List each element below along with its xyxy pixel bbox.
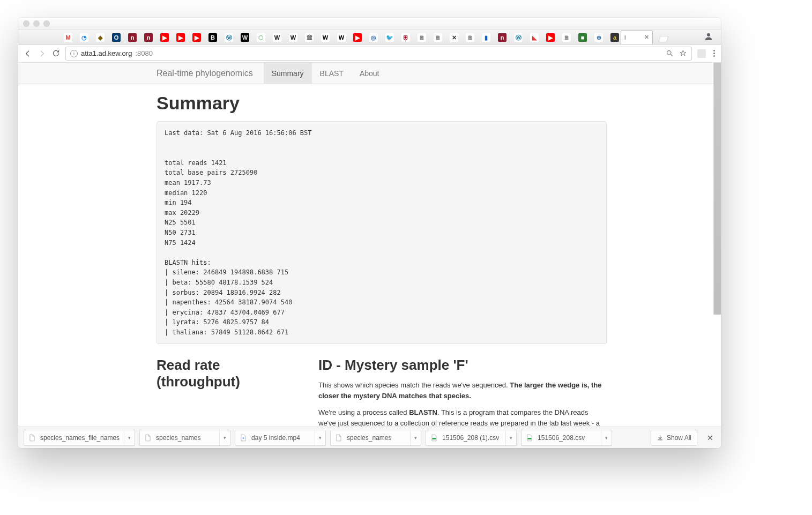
download-menu-chevron-icon[interactable]: ▾	[601, 430, 612, 445]
file-icon	[526, 434, 533, 442]
hex-icon: ⬡	[257, 33, 265, 42]
nav-about[interactable]: About	[352, 63, 388, 84]
active-tab[interactable]: l ✕	[621, 30, 653, 44]
tab-wiki-1[interactable]: W	[269, 31, 285, 44]
tab-green-sq[interactable]: ■	[575, 31, 591, 44]
extension-icon[interactable]	[697, 49, 706, 58]
tab-book[interactable]: ▮	[478, 31, 494, 44]
tab-wiki-4[interactable]: W	[333, 31, 349, 44]
tab-python[interactable]: ⊕	[591, 31, 607, 44]
tab-tool-c[interactable]: ◔	[76, 31, 92, 44]
nav-blast[interactable]: BLAST	[312, 63, 352, 84]
green-sq-icon: ■	[578, 33, 587, 42]
tab-wiki-3[interactable]: W	[317, 31, 333, 44]
tab-wiki-2[interactable]: W	[285, 31, 301, 44]
download-filename: species_names_file_names	[40, 434, 120, 442]
tab-yt-5[interactable]: ▶	[542, 31, 558, 44]
address-bar-row: i atta1.ad.kew.org:8080	[18, 44, 721, 63]
downloads-close-icon[interactable]: ✕	[705, 431, 716, 444]
tab-hex[interactable]: ⬡	[253, 31, 269, 44]
book-icon: ▮	[482, 33, 490, 42]
tab-shield[interactable]: ⛨	[398, 31, 414, 44]
tab-gmail[interactable]: M	[60, 31, 76, 44]
mystery-para-2a: We're using a process called	[318, 408, 409, 416]
nav-reload-icon[interactable]	[51, 49, 60, 58]
traffic-light-minimize[interactable]	[33, 20, 40, 27]
tab-yt-3[interactable]: ▶	[189, 31, 205, 44]
wiki-1-icon: W	[273, 33, 281, 42]
bookmark-star-icon[interactable]	[679, 49, 687, 57]
yt-4-icon: ▶	[353, 33, 362, 42]
tab-diamond[interactable]: ◆	[92, 31, 108, 44]
scrollbar[interactable]	[713, 63, 721, 315]
tab-globe[interactable]: ◎	[366, 31, 382, 44]
tab-o-square[interactable]: O	[108, 31, 124, 44]
tab-doc-2[interactable]: 🗎	[430, 31, 446, 44]
download-menu-chevron-icon[interactable]: ▾	[124, 430, 135, 445]
flame-icon: ◣	[530, 33, 539, 42]
tab-wp-2[interactable]: ⓦ	[510, 31, 526, 44]
site-info-icon[interactable]: i	[70, 50, 78, 57]
download-menu-chevron-icon[interactable]: ▾	[410, 430, 421, 445]
yt-1-icon: ▶	[160, 33, 169, 42]
tab-n-sq-2[interactable]: n	[140, 31, 157, 44]
tab-flame[interactable]: ◣	[526, 31, 542, 44]
diamond-icon: ◆	[96, 33, 105, 42]
tab-yt-4[interactable]: ▶	[349, 31, 366, 44]
download-item[interactable]: species_names_file_names▾	[24, 430, 135, 446]
download-filename: 151506_208.csv	[538, 434, 585, 442]
download-menu-chevron-icon[interactable]: ▾	[505, 430, 516, 445]
navbar-brand[interactable]: Real-time phylogenomics	[157, 69, 253, 78]
python-icon: ⊕	[594, 33, 603, 42]
zoom-icon[interactable]	[666, 49, 674, 57]
file-icon	[28, 434, 36, 442]
tool-c-icon: ◔	[80, 33, 88, 42]
nav-back-icon[interactable]	[24, 49, 32, 58]
wp-2-icon: ⓦ	[514, 33, 523, 42]
show-all-label: Show All	[667, 434, 691, 442]
download-item[interactable]: species_names▾	[139, 430, 230, 446]
download-item[interactable]: 151506_208 (1).csv▾	[426, 430, 517, 446]
tab-yt-2[interactable]: ▶	[173, 31, 189, 44]
tab-b-black[interactable]: B	[205, 31, 221, 44]
downloads-show-all[interactable]: Show All	[651, 430, 697, 446]
site-navbar: Real-time phylogenomics SummaryBLASTAbou…	[18, 63, 721, 84]
tab-w-black[interactable]: W	[237, 31, 253, 44]
globe-icon: ◎	[369, 33, 378, 42]
download-item[interactable]: day 5 inside.mp4▾	[235, 430, 326, 446]
gmail-icon: M	[64, 33, 72, 42]
at-sq-icon: a	[610, 33, 619, 42]
new-tab-button[interactable]	[657, 34, 669, 44]
download-menu-chevron-icon[interactable]: ▾	[315, 430, 325, 445]
omnibox[interactable]: i atta1.ad.kew.org:8080	[65, 47, 692, 61]
doc-4-icon: 🗎	[562, 33, 571, 42]
profile-avatar-icon[interactable]	[704, 32, 713, 41]
browser-menu-icon[interactable]	[713, 50, 716, 57]
tab-bank[interactable]: 🏛	[301, 31, 317, 44]
n-sq-1-icon: n	[128, 33, 137, 42]
tab-doc-3[interactable]: 🗎	[462, 31, 478, 44]
tab-twitter[interactable]: 🐦	[382, 31, 398, 44]
mystery-sample-title: ID - Mystery sample 'F'	[318, 357, 607, 374]
tab-n-sq-1[interactable]: n	[124, 31, 140, 44]
tab-bug[interactable]: ✕	[446, 31, 462, 44]
tabstrip: M◔◆Onn▶▶▶BⓦW⬡WW🏛WW▶◎🐦⛨🗎🗎✕🗎▮nⓦ◣▶🗎■⊕a l ✕	[18, 29, 721, 44]
traffic-light-close[interactable]	[23, 20, 29, 27]
tab-doc-4[interactable]: 🗎	[558, 31, 575, 44]
tab-n-sq-3[interactable]: n	[494, 31, 510, 44]
tab-at-sq[interactable]: a	[607, 31, 623, 44]
nav-summary[interactable]: Summary	[264, 63, 312, 84]
close-tab-icon[interactable]: ✕	[644, 34, 649, 41]
doc-1-icon: 🗎	[418, 33, 426, 42]
o-square-icon: O	[112, 33, 121, 42]
tab-wp-1[interactable]: ⓦ	[221, 31, 237, 44]
tab-yt-1[interactable]: ▶	[157, 31, 173, 44]
n-sq-3-icon: n	[498, 33, 506, 42]
download-menu-chevron-icon[interactable]: ▾	[219, 430, 230, 445]
download-filename: 151506_208 (1).csv	[442, 434, 499, 442]
download-item[interactable]: 151506_208.csv▾	[521, 430, 612, 446]
page-viewport: Real-time phylogenomics SummaryBLASTAbou…	[18, 63, 721, 448]
download-item[interactable]: species_names▾	[330, 430, 421, 446]
traffic-light-zoom[interactable]	[43, 20, 50, 27]
tab-doc-1[interactable]: 🗎	[414, 31, 430, 44]
